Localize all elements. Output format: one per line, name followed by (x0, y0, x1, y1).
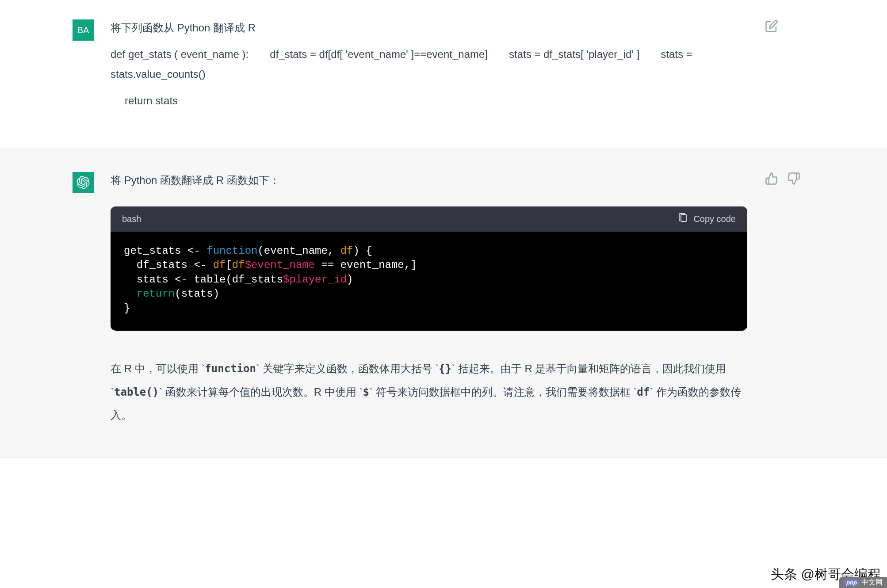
site-badge-text: 中文网 (861, 578, 883, 587)
user-actions (747, 18, 887, 117)
assistant-message: 将 Python 函数翻译成 R 函数如下： bash Copy code ge… (0, 148, 887, 458)
user-avatar: BA (73, 19, 94, 41)
edit-icon[interactable] (765, 19, 778, 117)
copy-code-label: Copy code (693, 214, 736, 224)
assistant-explanation: 在 R 中，可以使用 `function` 关键字来定义函数，函数体用大括号 `… (111, 357, 747, 427)
assistant-avatar (73, 172, 94, 193)
assistant-actions (747, 170, 887, 426)
php-logo-icon: php (844, 579, 860, 586)
assistant-gutter (0, 170, 111, 426)
code-header: bash Copy code (111, 206, 747, 232)
user-code-line-2: return stats (125, 91, 747, 111)
assistant-intro: 将 Python 函数翻译成 R 函数如下： (111, 170, 747, 191)
user-gutter: BA (0, 18, 111, 117)
code-language-label: bash (122, 214, 141, 224)
thumbs-up-icon[interactable] (765, 172, 778, 426)
copy-code-button[interactable]: Copy code (677, 213, 736, 225)
site-badge: php 中文网 (839, 577, 887, 588)
user-prompt-title: 将下列函数从 Python 翻译成 R (111, 18, 747, 38)
user-message: BA 将下列函数从 Python 翻译成 R def get_stats ( e… (0, 0, 887, 148)
user-code-line-1: def get_stats ( event_name ): df_stats =… (111, 44, 747, 84)
user-content: 将下列函数从 Python 翻译成 R def get_stats ( even… (111, 18, 747, 117)
clipboard-icon (677, 213, 688, 225)
thumbs-down-icon[interactable] (787, 172, 800, 426)
svg-rect-0 (681, 214, 686, 221)
assistant-content: 将 Python 函数翻译成 R 函数如下： bash Copy code ge… (111, 170, 747, 426)
code-block: bash Copy code get_stats <- function(eve… (111, 206, 747, 331)
code-content: get_stats <- function(event_name, df) { … (111, 232, 747, 331)
